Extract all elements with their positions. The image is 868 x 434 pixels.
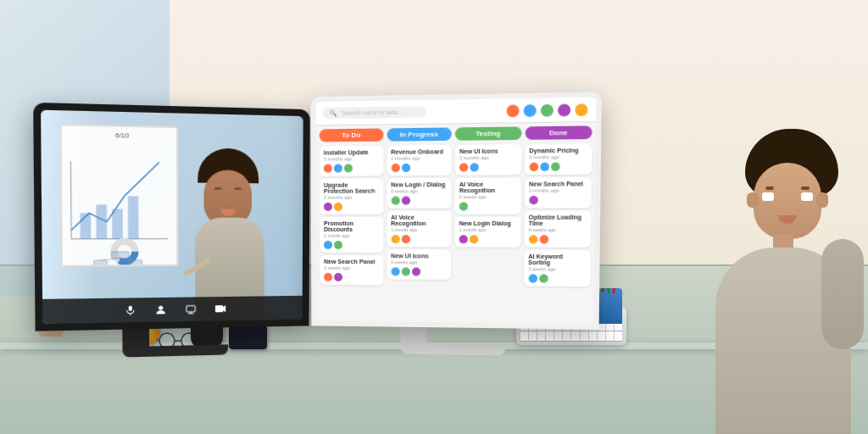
card-new-ui-icons-ip[interactable]: New UI Icons 2 weeks ago <box>387 249 451 280</box>
card-title: AI Voice Recognition <box>459 181 516 194</box>
card-avatar <box>540 163 549 171</box>
camera-icon[interactable] <box>213 301 228 316</box>
card-revenue-onboard[interactable]: Revenue Onboard 2 months ago <box>387 145 452 175</box>
card-avatar <box>334 164 342 173</box>
card-avatar <box>391 197 399 205</box>
card-title: Optimize Loading Time <box>529 214 587 226</box>
card-avatar <box>334 203 342 211</box>
card-avatar <box>401 197 409 205</box>
card-new-search-panel[interactable]: New Search Panel 3 weeks ago <box>320 255 383 285</box>
kanban-board: To Do Installer Update 3 months ago Up <box>316 122 596 324</box>
svg-rect-12 <box>112 209 123 238</box>
card-avatar <box>528 274 537 282</box>
video-controls-bar <box>42 296 303 324</box>
right-monitor-stand <box>401 327 505 356</box>
svg-text:6/10: 6/10 <box>115 131 130 140</box>
card-optimize-loading[interactable]: Optimize Loading Time 6 weeks ago <box>524 210 591 247</box>
done-column: Done Dynamic Pricing 3 months ago New <box>523 125 592 320</box>
card-subtitle: 2 months ago <box>324 195 379 200</box>
avatar-3 <box>540 103 554 117</box>
card-promotion-discounts[interactable]: Promotion Discounts 1 month ago <box>320 217 383 253</box>
card-avatar <box>324 164 332 173</box>
video-call-screen: 6/10 <box>41 110 303 324</box>
right-monitor-unit: 🔍 Search name or task... T <box>311 92 602 357</box>
card-subtitle: 3 weeks ago <box>528 266 586 272</box>
participants-icon[interactable] <box>153 302 169 318</box>
card-avatar <box>411 267 420 275</box>
card-upgrade-protection[interactable]: Upgrade Protection Search 2 months ago <box>320 178 383 214</box>
card-avatar <box>529 163 538 171</box>
card-avatar <box>528 235 537 243</box>
card-title: New UI Icons <box>459 147 517 154</box>
card-title: AI Voice Recognition <box>391 214 447 226</box>
card-subtitle: 1 month ago <box>459 227 516 232</box>
card-ai-voice-testing[interactable]: AI Voice Recognition 6 weeks ago <box>455 177 521 214</box>
card-avatar <box>324 203 332 211</box>
card-avatar <box>459 202 468 210</box>
inprogress-column-header: In Progress <box>387 127 452 141</box>
microphone-icon[interactable] <box>122 303 138 319</box>
card-avatar <box>459 163 468 171</box>
card-avatar <box>529 196 538 204</box>
card-subtitle: 2 weeks ago <box>391 259 447 264</box>
search-bar[interactable]: 🔍 Search name or task... <box>323 106 426 119</box>
svg-rect-18 <box>129 260 142 265</box>
todo-column-header: To Do <box>320 128 383 142</box>
testing-column-header: Testing <box>455 126 521 140</box>
card-avatar <box>324 273 332 281</box>
card-title: Promotion Discounts <box>324 220 379 232</box>
search-placeholder: Search name or task... <box>342 109 403 116</box>
pencil-cup <box>598 288 622 324</box>
avatar-2 <box>523 103 537 118</box>
card-subtitle: 2 months ago <box>529 187 587 193</box>
card-login-dialog-testing[interactable]: New Login Dialog 1 month ago <box>454 217 520 248</box>
inprogress-column: In Progress Revenue Onboard 2 months ago… <box>387 127 452 319</box>
right-monitor: 🔍 Search name or task... T <box>311 92 602 329</box>
card-ai-voice[interactable]: AI Voice Recognition 1 month ago <box>387 211 451 248</box>
card-subtitle: 6 weeks ago <box>528 227 586 232</box>
screen-share-icon[interactable] <box>183 302 199 318</box>
card-avatar <box>539 235 548 243</box>
todo-column: To Do Installer Update 3 months ago Up <box>320 128 383 318</box>
card-title: New Login Dialog <box>459 220 516 226</box>
kanban-header: 🔍 Search name or task... <box>316 97 597 126</box>
svg-rect-13 <box>128 196 139 238</box>
svg-rect-17 <box>94 260 108 265</box>
svg-rect-16 <box>111 252 129 259</box>
card-new-login-dialog[interactable]: New Login / Dialog 6 weeks ago <box>387 178 452 209</box>
card-avatar <box>334 273 342 281</box>
svg-point-24 <box>159 306 163 310</box>
head <box>754 163 821 239</box>
card-title: New Login / Dialog <box>391 181 447 187</box>
left-monitor: 6/10 <box>33 103 310 331</box>
card-subtitle: 3 months ago <box>529 154 587 160</box>
card-subtitle: 3 months ago <box>324 156 379 162</box>
whiteboard: 6/10 <box>59 124 178 267</box>
kanban-screen: 🔍 Search name or task... T <box>316 97 597 325</box>
svg-rect-25 <box>186 306 195 312</box>
card-ai-keyword[interactable]: AI Keyword Sorting 3 weeks ago <box>524 250 591 287</box>
card-avatar <box>391 267 399 275</box>
avatar-5 <box>574 103 588 117</box>
card-title: Revenue Onboard <box>391 148 447 155</box>
card-subtitle: 2 months ago <box>391 155 447 161</box>
card-avatar <box>470 163 478 171</box>
testing-column: Testing New UI Icons 2 months ago AI Voi… <box>454 126 521 320</box>
card-avatar <box>391 164 399 172</box>
card-avatar <box>401 235 409 243</box>
svg-rect-22 <box>129 306 132 311</box>
left-monitor-unit: 6/10 <box>33 103 310 359</box>
svg-rect-28 <box>215 305 223 312</box>
card-new-search-done[interactable]: New Search Panel 2 months ago <box>524 177 591 209</box>
card-subtitle: 3 weeks ago <box>324 265 379 270</box>
card-avatar <box>334 241 342 249</box>
done-column-header: Done <box>525 125 593 140</box>
card-title: Upgrade Protection Search <box>324 181 379 193</box>
card-new-ui-testing[interactable]: New UI Icons 2 months ago <box>455 144 521 175</box>
card-dynamic-pricing[interactable]: Dynamic Pricing 3 months ago <box>525 143 593 175</box>
card-title: AI Keyword Sorting <box>528 253 586 266</box>
card-installer-update[interactable]: Installer Update 3 months ago <box>320 146 383 176</box>
card-subtitle: 1 month ago <box>324 233 379 238</box>
svg-rect-11 <box>96 204 107 238</box>
avatar-4 <box>557 103 571 117</box>
